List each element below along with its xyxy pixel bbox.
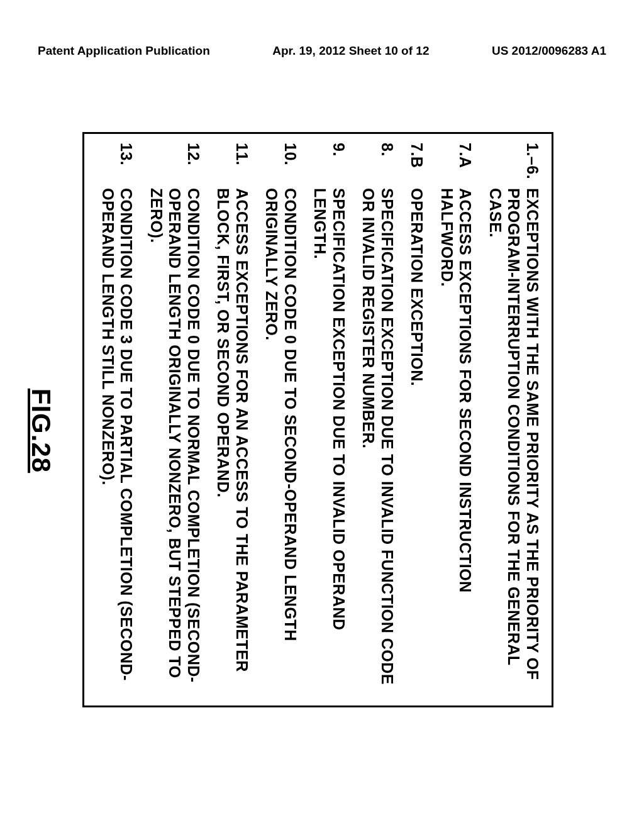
table-row: 7.B OPERATION EXCEPTION. [408, 140, 426, 692]
row-text: EXCEPTIONS WITH THE SAME PRIORITY AS THE… [486, 188, 542, 692]
table-row: 12. CONDITION CODE 0 DUE TO NORMAL COMPL… [147, 140, 203, 692]
table-row: 11. ACCESS EXCEPTIONS FOR AN ACCESS TO T… [214, 140, 251, 692]
patent-page: Patent Application Publication Apr. 19, … [0, 0, 644, 830]
row-number: 9. [330, 140, 348, 188]
exceptions-table: 1.–6. EXCEPTIONS WITH THE SAME PRIORITY … [83, 132, 554, 707]
row-number: 8. [378, 140, 396, 188]
row-text: CONDITION CODE 0 DUE TO SECOND-OPERAND L… [262, 188, 299, 692]
row-text: SPECIFICATION EXCEPTION DUE TO INVALID F… [359, 188, 396, 692]
row-text: ACCESS EXCEPTIONS FOR SECOND INSTRUCTION… [438, 188, 475, 692]
rotated-content: 1.–6. EXCEPTIONS WITH THE SAME PRIORITY … [26, 132, 554, 729]
row-text: CONDITION CODE 3 DUE TO PARTIAL COMPLETI… [99, 188, 136, 692]
page-header: Patent Application Publication Apr. 19, … [38, 44, 606, 58]
row-number: 13. [118, 140, 136, 188]
table-row: 7.A ACCESS EXCEPTIONS FOR SECOND INSTRUC… [438, 140, 475, 692]
row-text: OPERATION EXCEPTION. [408, 188, 426, 692]
table-row: 10. CONDITION CODE 0 DUE TO SECOND-OPERA… [262, 140, 299, 692]
table-row: 9. SPECIFICATION EXCEPTION DUE TO INVALI… [311, 140, 348, 692]
row-number: 1.–6. [523, 140, 541, 188]
header-right: US 2012/0096283 A1 [492, 44, 606, 58]
row-number: 12. [184, 140, 203, 188]
table-row: 8. SPECIFICATION EXCEPTION DUE TO INVALI… [359, 140, 396, 692]
row-number: 11. [233, 140, 251, 188]
row-text: SPECIFICATION EXCEPTION DUE TO INVALID O… [311, 188, 348, 692]
figure-label: FIG.28 [26, 132, 57, 729]
header-mid: Apr. 19, 2012 Sheet 10 of 12 [272, 44, 429, 58]
row-text: ACCESS EXCEPTIONS FOR AN ACCESS TO THE P… [214, 188, 251, 692]
table-row: 13. CONDITION CODE 3 DUE TO PARTIAL COMP… [99, 140, 136, 692]
row-number: 7.B [408, 140, 426, 188]
header-left: Patent Application Publication [38, 44, 210, 58]
row-text: CONDITION CODE 0 DUE TO NORMAL COMPLETIO… [147, 188, 203, 692]
row-number: 10. [281, 140, 299, 188]
row-number: 7.A [457, 140, 475, 188]
table-row: 1.–6. EXCEPTIONS WITH THE SAME PRIORITY … [486, 140, 542, 692]
